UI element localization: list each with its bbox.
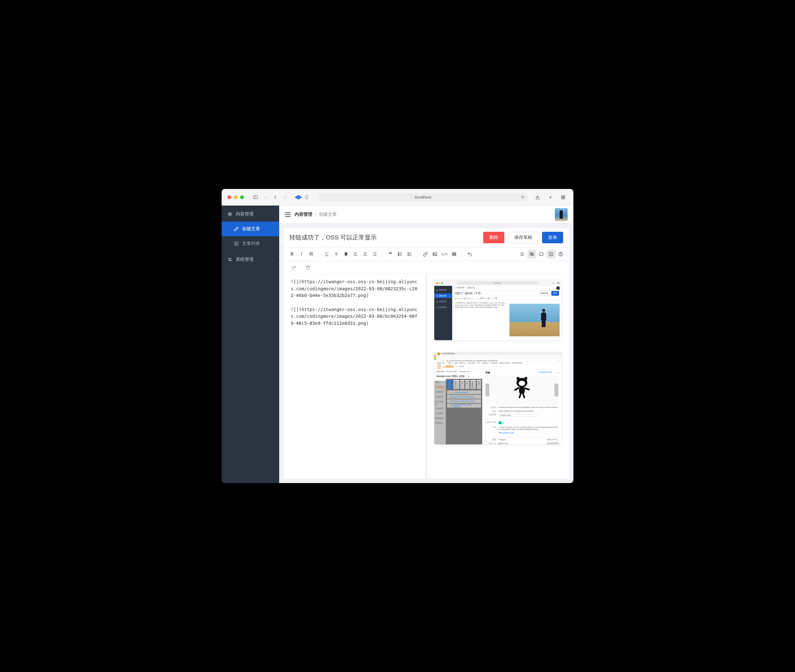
- visibility-toggle-button[interactable]: [527, 250, 536, 259]
- sidebar-item-create-article[interactable]: 创建文章: [221, 222, 279, 236]
- tab-overview-button[interactable]: [559, 194, 567, 201]
- topbar: 内容管理 / 创建文章: [279, 206, 574, 224]
- redo-button[interactable]: [289, 263, 298, 272]
- chevron-up-icon: ⌃: [271, 213, 273, 216]
- link-button[interactable]: [421, 250, 430, 259]
- breadcrumb: 内容管理 / 创建文章: [295, 212, 337, 218]
- extension-cube-icon[interactable]: [295, 194, 301, 200]
- editor-source-text[interactable]: ![](https://itwanger-oss.oss-cn-beijing.…: [291, 278, 418, 327]
- editor-body: ![](https://itwanger-oss.oss-cn-beijing.…: [284, 274, 569, 478]
- sidebar-item-article-list[interactable]: 文章列表: [221, 236, 279, 251]
- svg-rect-53: [540, 253, 543, 256]
- undo-button[interactable]: [465, 250, 474, 259]
- unordered-list-button[interactable]: [405, 250, 414, 259]
- breadcrumb-separator: /: [315, 212, 316, 217]
- forward-button[interactable]: [280, 194, 289, 201]
- address-bar[interactable]: localhost ↻: [319, 193, 527, 202]
- main-area: 内容管理 / 创建文章 删除 保存草稿 发布: [279, 206, 574, 483]
- reload-icon[interactable]: ↻: [521, 195, 525, 200]
- editor-card: 删除 保存草稿 发布 B I H U S: [284, 228, 569, 478]
- privacy-shield-icon[interactable]: [303, 194, 310, 200]
- address-text: localhost: [415, 195, 431, 200]
- align-left-button[interactable]: [351, 250, 360, 259]
- sidebar-item-label: 创建文章: [242, 226, 260, 232]
- list-icon: [234, 241, 239, 246]
- ordered-list-button[interactable]: 123: [396, 250, 404, 259]
- app-body: 内容管理 ⌃ 创建文章 文章列表 系统管理 ⌄: [221, 206, 574, 483]
- svg-point-40: [408, 255, 409, 256]
- browser-window: ⌄ localhost ↻: [221, 189, 574, 483]
- minimize-window-button[interactable]: [234, 195, 237, 199]
- preview-image-2: OSS管理控制台 ←→↻ 🔒 oss.console.aliyun.com/bu…: [434, 352, 562, 445]
- title-bar: 删除 保存草稿 发布: [284, 228, 569, 247]
- chevron-down-icon[interactable]: ⌄: [263, 194, 268, 201]
- share-button[interactable]: [533, 194, 542, 201]
- svg-rect-9: [563, 197, 565, 199]
- strikethrough-button[interactable]: S: [332, 250, 341, 259]
- article-title-input[interactable]: [289, 234, 479, 241]
- breadcrumb-current: 创建文章: [319, 212, 337, 218]
- split-view-button[interactable]: [547, 250, 556, 259]
- heading-button[interactable]: H: [307, 250, 316, 259]
- save-draft-button[interactable]: 保存草稿: [508, 232, 538, 243]
- user-avatar[interactable]: [555, 208, 567, 221]
- svg-point-39: [408, 254, 409, 254]
- close-window-button[interactable]: [228, 195, 231, 199]
- bold-button[interactable]: B: [287, 250, 297, 259]
- fullscreen-button[interactable]: [537, 250, 546, 259]
- bookmark-button[interactable]: [341, 250, 351, 259]
- breadcrumb-home[interactable]: 内容管理: [295, 212, 313, 218]
- chevron-down-icon: ⌄: [271, 258, 273, 261]
- sidebar-collapse-button[interactable]: [285, 212, 291, 217]
- preview-image-1: localhost ⬆+▦ ◉内容管理 ✎创建文章 ▤文章列表 ⚙系统管理: [434, 280, 562, 341]
- back-button[interactable]: [271, 194, 280, 201]
- svg-rect-0: [253, 196, 257, 198]
- italic-button[interactable]: I: [297, 250, 306, 259]
- svg-point-57: [561, 255, 561, 256]
- browser-chrome: ⌄ localhost ↻: [221, 189, 574, 206]
- svg-point-38: [408, 253, 409, 253]
- image-button[interactable]: [430, 250, 439, 259]
- outline-button[interactable]: [518, 250, 527, 259]
- svg-rect-7: [563, 195, 565, 197]
- editor-secondary-toolbar: [284, 261, 569, 274]
- editor-source-pane[interactable]: ![](https://itwanger-oss.oss-cn-beijing.…: [284, 274, 426, 478]
- app-sidebar: 内容管理 ⌃ 创建文章 文章列表 系统管理 ⌄: [221, 206, 279, 483]
- editor-preview-pane: localhost ⬆+▦ ◉内容管理 ✎创建文章 ▤文章列表 ⚙系统管理: [427, 274, 569, 478]
- sidebar-group-label: 内容管理: [236, 211, 253, 217]
- content-area: 删除 保存草稿 发布 B I H U S: [279, 224, 574, 483]
- sidebar-group-label: 系统管理: [236, 257, 253, 262]
- publish-button[interactable]: 发布: [542, 232, 563, 243]
- svg-rect-43: [452, 253, 456, 256]
- edit-icon: [234, 226, 239, 232]
- underline-button[interactable]: U: [322, 250, 331, 259]
- align-center-button[interactable]: [361, 250, 370, 259]
- svg-rect-8: [561, 197, 563, 199]
- maximize-window-button[interactable]: [240, 195, 244, 199]
- svg-rect-6: [561, 195, 563, 197]
- delete-button[interactable]: 删除: [483, 232, 504, 243]
- editor-toolbar: B I H U S: [284, 247, 569, 261]
- svg-point-18: [229, 258, 230, 259]
- content-management-icon: [228, 212, 232, 217]
- trash-button[interactable]: [303, 263, 313, 272]
- sidebar-group-system[interactable]: 系统管理 ⌄: [221, 251, 279, 267]
- svg-point-11: [229, 214, 231, 215]
- traffic-lights: [228, 195, 244, 199]
- svg-point-19: [230, 260, 231, 261]
- new-tab-button[interactable]: [546, 194, 555, 201]
- quote-button[interactable]: ❝: [386, 250, 395, 259]
- help-button[interactable]: [556, 250, 565, 259]
- sidebar-item-label: 文章列表: [242, 241, 260, 246]
- settings-sliders-icon: [228, 257, 232, 262]
- align-right-button[interactable]: [370, 250, 379, 259]
- sidebar-toggle-button[interactable]: [251, 194, 260, 201]
- table-button[interactable]: [450, 250, 458, 259]
- sidebar-group-content[interactable]: 内容管理 ⌃: [221, 206, 279, 222]
- code-button[interactable]: </>: [440, 250, 449, 259]
- svg-text:3: 3: [398, 254, 399, 256]
